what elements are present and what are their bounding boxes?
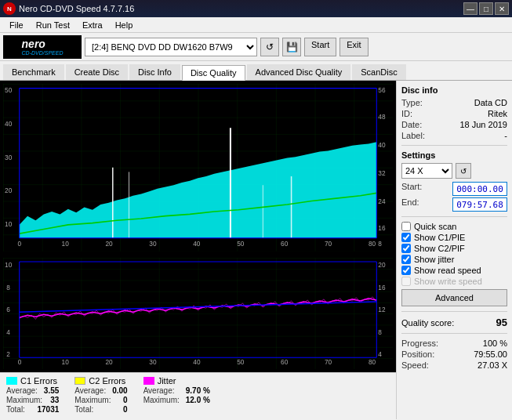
jitter-label: Show jitter xyxy=(414,255,454,264)
exit-button[interactable]: Exit xyxy=(340,38,368,56)
end-time-input[interactable] xyxy=(452,197,507,212)
right-panel: Disc info Type: Data CD ID: Ritek Date: … xyxy=(396,81,512,419)
progress-row: Progress: 100 % xyxy=(401,339,507,348)
c2-pif-label: Show C2/PIF xyxy=(414,244,465,253)
quick-scan-row: Quick scan xyxy=(401,222,507,231)
svg-text:2: 2 xyxy=(6,351,10,358)
legend-c2: C2 Errors Average: 0.00 Maximum: 0 Total… xyxy=(74,376,127,416)
menu-file[interactable]: File xyxy=(3,17,30,32)
svg-text:16: 16 xyxy=(378,223,385,231)
tab-scan-disc[interactable]: ScanDisc xyxy=(352,64,405,80)
svg-text:70: 70 xyxy=(325,359,332,366)
speed-label: Speed: xyxy=(401,360,429,370)
svg-text:50: 50 xyxy=(5,86,12,94)
svg-text:70: 70 xyxy=(325,240,332,248)
svg-text:40: 40 xyxy=(193,240,200,248)
position-value: 79:55.00 xyxy=(474,349,507,359)
tab-disc-info[interactable]: Disc Info xyxy=(129,64,180,80)
svg-text:20: 20 xyxy=(105,359,113,366)
save-icon[interactable]: 💾 xyxy=(282,38,301,56)
chart-area: 50 40 30 20 10 56 48 40 32 24 16 8 0 10 xyxy=(0,81,396,372)
svg-text:0: 0 xyxy=(18,240,22,248)
position-label: Position: xyxy=(401,349,434,359)
advanced-button[interactable]: Advanced xyxy=(401,289,507,306)
svg-text:50: 50 xyxy=(237,240,244,248)
svg-text:50: 50 xyxy=(237,359,245,366)
c1-max-value: 33 xyxy=(50,396,59,404)
svg-text:10: 10 xyxy=(62,359,70,366)
svg-text:32: 32 xyxy=(378,169,385,177)
jitter-checkbox[interactable] xyxy=(401,255,411,264)
svg-text:4: 4 xyxy=(378,351,382,358)
titlebar: N Nero CD-DVD Speed 4.7.7.16 — □ ✕ xyxy=(0,0,512,17)
minimize-button[interactable]: — xyxy=(463,2,478,15)
write-speed-label: Show write speed xyxy=(414,277,482,286)
speed-settings-row: 24 X ↺ xyxy=(401,163,507,179)
read-speed-checkbox[interactable] xyxy=(401,266,411,275)
c2-pif-checkbox[interactable] xyxy=(401,244,411,253)
settings-refresh-icon[interactable]: ↺ xyxy=(456,163,471,179)
svg-text:60: 60 xyxy=(281,359,289,366)
c2-total-label: Total: xyxy=(74,405,93,414)
c2-title: C2 Errors xyxy=(89,376,125,386)
app-logo: N xyxy=(3,2,16,15)
disc-label-row: Label: - xyxy=(401,131,507,140)
progress-label: Progress: xyxy=(401,339,438,348)
svg-text:48: 48 xyxy=(378,113,385,121)
end-time-label: End: xyxy=(401,197,419,212)
write-speed-checkbox xyxy=(401,277,411,286)
svg-text:80: 80 xyxy=(369,240,376,248)
titlebar-title: Nero CD-DVD Speed 4.7.7.16 xyxy=(19,4,134,13)
disc-date-label: Date: xyxy=(401,120,422,129)
start-button[interactable]: Start xyxy=(304,38,336,56)
tab-advanced-disc-quality[interactable]: Advanced Disc Quality xyxy=(247,64,351,80)
svg-text:40: 40 xyxy=(193,359,201,366)
jitter-avg-label: Average: xyxy=(143,386,175,395)
refresh-icon[interactable]: ↺ xyxy=(260,38,279,56)
end-time-row: End: xyxy=(401,197,507,212)
disc-info-title: Disc info xyxy=(401,85,507,95)
disc-date-value: 18 Jun 2019 xyxy=(459,120,507,129)
svg-text:4: 4 xyxy=(6,328,10,335)
c1-title: C1 Errors xyxy=(20,376,57,386)
svg-text:30: 30 xyxy=(149,240,156,248)
divider-4 xyxy=(401,333,507,334)
disc-id-label: ID: xyxy=(401,109,412,118)
quick-scan-checkbox[interactable] xyxy=(401,222,411,231)
speed-row: Speed: 27.03 X xyxy=(401,360,507,370)
close-button[interactable]: ✕ xyxy=(495,2,509,15)
start-time-input[interactable] xyxy=(452,182,507,196)
c2-total-value: 0 xyxy=(123,405,128,414)
svg-text:10: 10 xyxy=(5,262,13,269)
c2-avg-value: 0.00 xyxy=(112,386,127,395)
tab-create-disc[interactable]: Create Disc xyxy=(66,64,128,80)
legend-jitter: Jitter Average: 9.70 % Maximum: 12.0 % xyxy=(143,376,210,416)
jitter-max-label: Maximum: xyxy=(143,396,180,404)
legend-area: C1 Errors Average: 3.55 Maximum: 33 Tota… xyxy=(0,372,396,419)
drive-selector[interactable]: [2:4] BENQ DVD DD DW1620 B7W9 xyxy=(85,38,257,56)
menu-help[interactable]: Help xyxy=(109,17,140,32)
chart-top-svg: 50 40 30 20 10 56 48 40 32 24 16 8 0 10 xyxy=(3,84,393,252)
menu-extra[interactable]: Extra xyxy=(76,17,109,32)
write-speed-row: Show write speed xyxy=(401,277,507,286)
speed-select[interactable]: 24 X xyxy=(401,163,452,179)
disc-type-label: Type: xyxy=(401,98,423,107)
quality-score-row: Quality score: 95 xyxy=(401,317,507,328)
tab-benchmark[interactable]: Benchmark xyxy=(3,64,64,80)
c2-max-label: Maximum: xyxy=(74,396,111,404)
titlebar-buttons[interactable]: — □ ✕ xyxy=(463,2,509,15)
tab-disc-quality[interactable]: Disc Quality xyxy=(182,65,245,81)
c2-color-box xyxy=(74,377,85,385)
c1-pie-checkbox[interactable] xyxy=(401,233,411,242)
jitter-max-value: 12.0 % xyxy=(186,396,210,404)
svg-text:40: 40 xyxy=(5,120,12,128)
disc-label-value: - xyxy=(504,131,507,140)
disc-label-label: Label: xyxy=(401,131,425,140)
disc-type-row: Type: Data CD xyxy=(401,98,507,107)
titlebar-left: N Nero CD-DVD Speed 4.7.7.16 xyxy=(3,2,134,15)
c1-color-box xyxy=(6,377,17,385)
menu-run-test[interactable]: Run Test xyxy=(30,17,76,32)
c1-avg-label: Average: xyxy=(6,386,38,395)
quality-score-label: Quality score: xyxy=(401,318,454,328)
maximize-button[interactable]: □ xyxy=(479,2,493,15)
